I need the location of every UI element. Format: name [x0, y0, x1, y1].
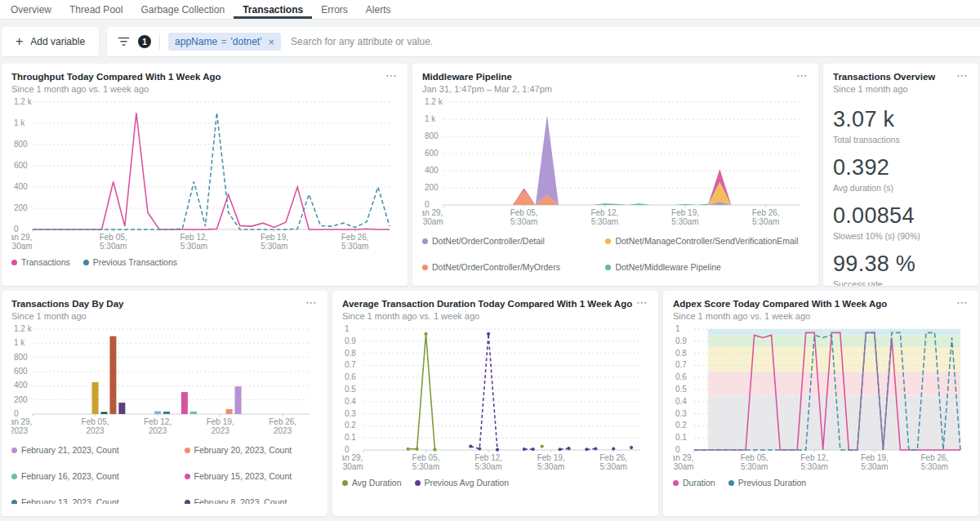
svg-text:Feb 05,: Feb 05, — [100, 233, 127, 242]
legend-dot — [185, 500, 190, 505]
svg-text:2023: 2023 — [86, 426, 105, 435]
svg-text:5:30am: 5:30am — [741, 462, 768, 471]
filter-count-badge: 1 — [138, 35, 151, 48]
svg-text:1: 1 — [675, 324, 680, 333]
legend-dot — [415, 480, 421, 486]
svg-text:1 k: 1 k — [14, 118, 25, 127]
panel-title: Middleware Pipeline — [422, 72, 808, 82]
legend-label: February 20, 2023, Count — [194, 445, 292, 455]
svg-text:5:30am: 5:30am — [861, 462, 888, 471]
panel-throughput: Throughput Today Compared With 1 Week Ag… — [2, 64, 408, 286]
filter-funnel-icon[interactable] — [118, 37, 130, 47]
svg-text:Feb 05,: Feb 05, — [82, 417, 109, 426]
legend-label: DotNet/ManageController/SendVerification… — [615, 236, 798, 246]
svg-text:Feb 19,: Feb 19, — [671, 208, 699, 217]
apdex-chart[interactable]: 00.10.20.30.40.50.60.70.80.91Jan 29,5:30… — [673, 324, 969, 474]
legend-item[interactable]: DotNet/OrderController/Detail — [422, 236, 584, 246]
panel-middleware: Middleware Pipeline Jan 31, 1:47pm – Mar… — [412, 64, 818, 286]
svg-text:1: 1 — [345, 324, 350, 333]
panel-menu-icon[interactable]: ⋯ — [953, 69, 969, 82]
svg-text:800: 800 — [14, 140, 28, 149]
day-by-day-chart[interactable]: 02004006008001 k1.2 kJan 29,2023Feb 05,2… — [11, 324, 318, 439]
legend-dot — [673, 480, 679, 486]
svg-text:Feb 12,: Feb 12, — [590, 208, 618, 217]
panel-menu-icon[interactable]: ⋯ — [633, 296, 648, 309]
tab-transactions[interactable]: Transactions — [234, 0, 312, 19]
legend-dot — [185, 448, 190, 453]
middleware-chart[interactable]: 02004006008001 k1.2 kJan 29,5:30amFeb 05… — [422, 97, 808, 229]
svg-text:5:30am: 5:30am — [342, 462, 363, 471]
svg-text:5:30am: 5:30am — [474, 462, 501, 471]
tab-list: OverviewThread PoolGarbage CollectionTra… — [2, 0, 400, 19]
svg-text:0.9: 0.9 — [675, 336, 687, 345]
svg-text:5:30am: 5:30am — [422, 217, 443, 226]
legend-item[interactable]: DotNet/ManageController/SendVerification… — [605, 236, 808, 246]
svg-text:200: 200 — [14, 203, 28, 212]
svg-text:1 k: 1 k — [14, 338, 25, 347]
svg-text:600: 600 — [14, 161, 28, 170]
legend-item[interactable]: February 16, 2023, Count — [11, 471, 145, 481]
legend-item[interactable]: DotNet/OrderController/MyOrders — [422, 262, 584, 272]
legend-dot — [83, 260, 89, 265]
legend-item[interactable]: February 13, 2023, Count — [11, 497, 145, 504]
stat-slowest: 0.00854 — [833, 203, 969, 229]
legend-item[interactable]: February 20, 2023, Count — [185, 445, 318, 455]
panel-menu-icon[interactable]: ⋯ — [953, 296, 969, 309]
svg-text:Jan 29,: Jan 29, — [11, 233, 32, 242]
svg-text:0.6: 0.6 — [675, 372, 687, 381]
tab-alerts[interactable]: Alerts — [357, 0, 400, 19]
panel-menu-icon[interactable]: ⋯ — [302, 296, 318, 309]
svg-text:5:30am: 5:30am — [673, 462, 694, 471]
panel-title: Average Transaction Duration Today Compa… — [342, 299, 648, 309]
svg-text:Jan 29,: Jan 29, — [673, 453, 693, 462]
svg-text:600: 600 — [425, 149, 439, 158]
legend-item[interactable]: Previous Duration — [728, 478, 806, 488]
svg-text:1 k: 1 k — [425, 114, 436, 123]
attribute-search-input[interactable] — [289, 35, 969, 48]
panel-menu-icon[interactable]: ⋯ — [793, 69, 808, 82]
panel-apdex: Adpex Score Today Compared With 1 Week A… — [663, 291, 978, 516]
legend-item[interactable]: Previous Transactions — [83, 257, 177, 267]
svg-text:Feb 19,: Feb 19, — [861, 453, 889, 462]
legend-item[interactable]: February 21, 2023, Count — [11, 445, 145, 455]
avg-duration-chart[interactable]: 00.10.20.30.40.50.60.70.80.91Jan 29,5:30… — [342, 324, 648, 474]
panel-avg-duration: Average Transaction Duration Today Compa… — [332, 291, 658, 516]
tab-garbage-collection[interactable]: Garbage Collection — [131, 0, 234, 19]
throughput-chart[interactable]: 02004006008001 k1.2 kJan 29,5:30amFeb 05… — [11, 97, 398, 254]
legend-item[interactable]: Transactions — [11, 257, 70, 267]
add-variable-button[interactable]: + Add variable — [2, 27, 99, 56]
svg-text:Feb 12,: Feb 12, — [800, 453, 828, 462]
panel-menu-icon[interactable]: ⋯ — [382, 69, 398, 82]
svg-text:0.4: 0.4 — [345, 397, 356, 406]
panel-transactions-overview: Transactions Overview Since 1 month ago … — [823, 64, 978, 286]
panel-title: Transactions Overview — [833, 72, 969, 82]
legend-item[interactable]: Duration — [673, 478, 715, 488]
svg-text:0.8: 0.8 — [345, 349, 356, 358]
legend-item[interactable]: DotNet/Middleware Pipeline — [605, 262, 808, 272]
legend-dot — [11, 474, 17, 479]
tab-errors[interactable]: Errors — [312, 0, 357, 19]
legend-label: Previous Duration — [738, 478, 806, 488]
svg-text:2023: 2023 — [212, 426, 230, 435]
legend-item[interactable]: February 15, 2023, Count — [185, 471, 318, 481]
svg-text:200: 200 — [425, 183, 439, 192]
filter-chip[interactable]: appName = 'dotnet' × — [168, 33, 281, 51]
svg-text:0.5: 0.5 — [675, 385, 687, 394]
svg-text:Feb 05,: Feb 05, — [510, 208, 538, 217]
svg-text:Feb 05,: Feb 05, — [412, 453, 440, 462]
tab-overview[interactable]: Overview — [2, 0, 60, 19]
svg-text:5:30am: 5:30am — [100, 242, 127, 251]
svg-text:Feb 19,: Feb 19, — [537, 453, 565, 462]
legend-item[interactable]: February 8, 2023, Count — [185, 497, 318, 504]
legend-item[interactable]: Previous Avg Duration — [415, 478, 510, 488]
tab-thread-pool[interactable]: Thread Pool — [60, 0, 131, 19]
svg-text:0.1: 0.1 — [675, 433, 687, 442]
svg-text:0.2: 0.2 — [345, 421, 356, 430]
legend-item[interactable]: Avg Duration — [342, 478, 402, 488]
svg-text:5:30am: 5:30am — [412, 462, 439, 471]
legend-label: DotNet/OrderController/Detail — [432, 236, 545, 246]
day-by-day-legend: February 21, 2023, CountFebruary 16, 202… — [11, 443, 318, 504]
svg-text:5:30am: 5:30am — [600, 462, 627, 471]
chip-close-icon[interactable]: × — [268, 36, 274, 48]
svg-text:0.3: 0.3 — [675, 409, 687, 418]
